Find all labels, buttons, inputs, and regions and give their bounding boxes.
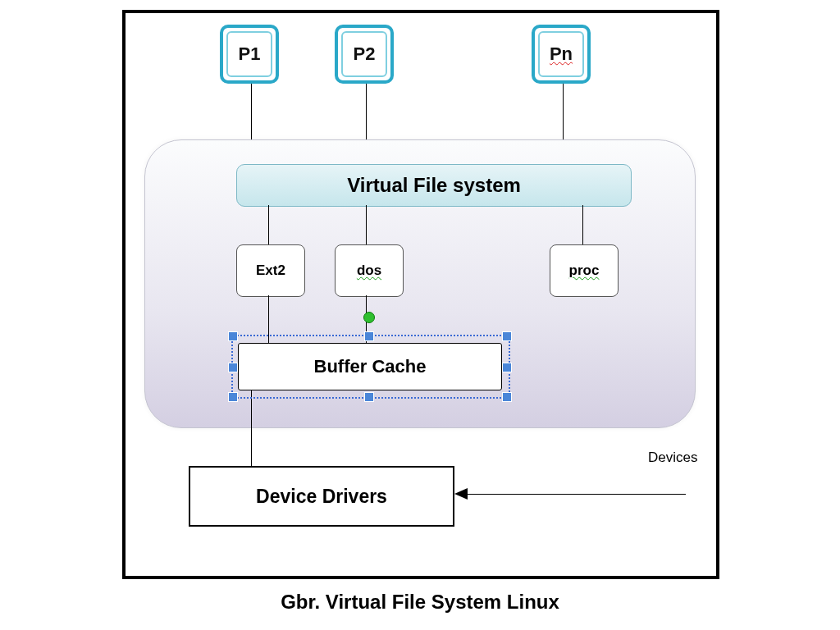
fs-ext2-box: Ext2 [236,244,305,297]
line-cache-drivers [251,389,252,466]
fs-dos-label: dos [357,262,381,279]
process-pn-box: Pn [532,25,591,84]
fs-dos-box: dos [335,244,404,297]
fs-proc-box: proc [550,244,619,297]
rotation-handle[interactable] [363,312,375,323]
fs-ext2-label: Ext2 [256,262,285,279]
sel-handle-e[interactable] [502,363,512,372]
line-vfs-proc [582,205,583,244]
sel-handle-nw[interactable] [228,331,238,341]
device-drivers-label: Device Drivers [256,486,387,508]
fs-proc-label: proc [569,262,600,279]
vfs-label: Virtual File system [347,174,521,197]
process-p1-box: P1 [220,25,279,84]
buffer-cache-box[interactable]: Buffer Cache [238,343,502,390]
sel-handle-se[interactable] [502,392,512,402]
sel-handle-s[interactable] [364,392,374,402]
process-p2-label: P2 [354,43,376,65]
figure-caption: Gbr. Virtual File System Linux [0,591,840,614]
sel-handle-w[interactable] [228,363,238,372]
line-vfs-ext2 [268,205,269,244]
arrow-devices-line [468,494,686,495]
devices-label: Devices [648,450,697,466]
vfs-bar: Virtual File system [236,164,632,207]
arrow-devices-head [454,488,468,500]
process-p1-label: P1 [239,43,261,65]
sel-handle-ne[interactable] [502,331,512,341]
line-vfs-dos [366,205,367,244]
line-ext2-cache [268,295,269,343]
buffer-cache-label: Buffer Cache [314,356,427,377]
diagram-canvas: P1 P2 Pn Virtual File system Ext2 dos pr… [0,0,840,630]
device-drivers-box: Device Drivers [189,466,454,527]
process-pn-label: Pn [550,43,573,65]
sel-handle-sw[interactable] [228,392,238,402]
process-p2-box: P2 [335,25,394,84]
sel-handle-n[interactable] [364,331,374,341]
